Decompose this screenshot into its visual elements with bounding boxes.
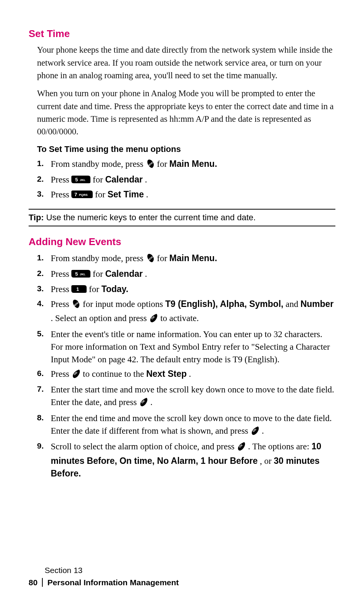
step: Press 1 for Today. [51, 283, 335, 296]
text: . [146, 190, 148, 199]
step: Press OK to continue to the Next Step . [51, 368, 335, 382]
svg-text:JKL: JKL [80, 178, 85, 182]
step: Press 7PQRS for Set Time . [51, 188, 335, 202]
text: for [93, 269, 105, 279]
step: Enter the event's title or name informat… [51, 328, 335, 366]
tip-box: Tip: Use the numeric keys to enter the c… [29, 212, 335, 224]
text: Press [51, 175, 71, 184]
tip-label: Tip: [29, 213, 44, 222]
label: T9 (English), Alpha, Symbol, [165, 299, 283, 309]
ok-key-icon: OK [237, 442, 246, 454]
text: Press [51, 269, 71, 279]
text: From standby mode, press [51, 159, 146, 169]
text: , or [260, 456, 274, 466]
text: Press [51, 190, 71, 199]
svg-text:PQRS: PQRS [79, 193, 88, 197]
step: Press MENU for input mode options T9 (En… [51, 298, 335, 326]
page-footer: Section 13 80 Personal Information Manag… [29, 565, 179, 588]
text: From standby mode, press [51, 253, 146, 263]
label: Set Time [108, 189, 144, 199]
text: Enter the event's title or name informat… [51, 329, 330, 365]
menu-key-icon: MENU [146, 159, 155, 172]
text: and [285, 299, 300, 309]
subheading: To Set Time using the menu options [37, 144, 335, 155]
ok-key-icon: OK [71, 369, 81, 382]
heading-set-time: Set Time [29, 27, 335, 40]
key-5-icon: 5JKL [71, 174, 90, 187]
label: Calendar [105, 174, 143, 184]
step: Scroll to select the alarm option of cho… [51, 440, 335, 480]
footer-title: Personal Information Management [47, 577, 179, 588]
step: From standby mode, press MENU for Main M… [51, 252, 335, 266]
text: . [189, 369, 191, 379]
text: Press [51, 369, 71, 379]
text: Enter the start time and move the scroll… [51, 385, 334, 407]
step: Enter the start time and move the scroll… [51, 383, 335, 410]
ok-key-icon: OK [149, 313, 158, 326]
label: Next Step [146, 369, 187, 379]
text: . The options are: [248, 442, 311, 451]
paragraph: Your phone keeps the time and date direc… [37, 44, 335, 82]
text: Press [51, 284, 71, 294]
text: Enter the end time and move the scroll k… [51, 413, 332, 436]
page-number: 80 [29, 578, 43, 587]
step: Press 5JKL for Calendar . [51, 173, 335, 187]
step: Enter the end time and move the scroll k… [51, 412, 335, 439]
label: Today. [101, 284, 129, 294]
text: to activate. [160, 313, 199, 323]
ok-key-icon: OK [139, 397, 148, 410]
text: Scroll to select the alarm option of cho… [51, 442, 237, 451]
text: for [95, 190, 108, 199]
text: to continue to the [83, 369, 146, 379]
text: . [145, 269, 147, 279]
step: Press 5JKL for Calendar . [51, 268, 335, 281]
label: Calendar [105, 269, 143, 279]
text: . [145, 175, 147, 184]
divider [29, 209, 335, 210]
text: for [89, 284, 101, 294]
tip-text: Use the numeric keys to enter the curren… [44, 213, 256, 222]
text: for [93, 175, 105, 184]
footer-section: Section 13 [29, 565, 179, 576]
text: for [157, 159, 169, 169]
text: for [157, 253, 169, 263]
label: Number [300, 299, 333, 309]
steps-add-events: From standby mode, press MENU for Main M… [37, 252, 335, 480]
steps-set-time: From standby mode, press MENU for Main M… [37, 158, 335, 202]
ok-key-icon: OK [250, 426, 259, 439]
svg-text:1: 1 [76, 286, 79, 292]
text: for input mode options [83, 299, 165, 309]
svg-text:5: 5 [75, 177, 78, 182]
label: Main Menu. [169, 159, 217, 169]
key-5-icon: 5JKL [71, 268, 90, 281]
label: Main Menu. [169, 253, 217, 263]
text: . [262, 426, 264, 436]
text: . Select an option and press [51, 313, 149, 323]
menu-key-icon: MENU [146, 253, 155, 266]
paragraph: When you turn on your phone in Analog Mo… [37, 87, 335, 138]
key-1-icon: 1 [71, 284, 87, 296]
step: From standby mode, press MENU for Main M… [51, 158, 335, 172]
divider [29, 226, 335, 226]
menu-key-icon: MENU [71, 299, 81, 312]
text: . [150, 397, 153, 407]
heading-adding-events: Adding New Events [29, 235, 335, 249]
text: Press [51, 299, 71, 309]
svg-text:5: 5 [75, 271, 78, 277]
svg-text:7: 7 [74, 192, 77, 197]
key-7-icon: 7PQRS [71, 189, 93, 202]
svg-text:JKL: JKL [80, 273, 85, 276]
